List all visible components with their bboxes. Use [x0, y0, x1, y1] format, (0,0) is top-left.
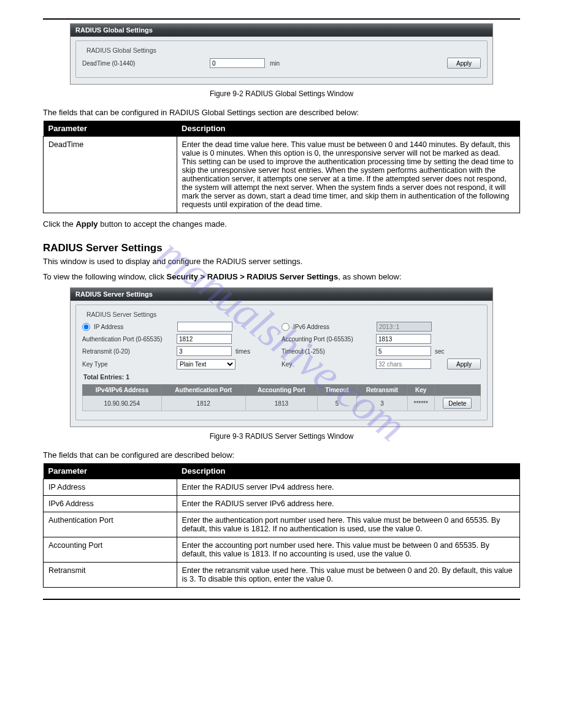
th-desc: Description	[177, 463, 519, 479]
params-table-2: Parameter Description IP Address Enter t…	[43, 463, 520, 588]
panel-title: RADIUS Global Settings	[71, 24, 492, 37]
table-row: Authentication Port Enter the authentica…	[44, 512, 520, 537]
auth-port-input[interactable]	[177, 334, 232, 344]
ipv6-address-label: IPv6 Address	[293, 324, 373, 330]
retransmit-input[interactable]	[177, 346, 232, 356]
fieldset-legend: RADIUS Global Settings	[85, 47, 158, 54]
ip-address-radio[interactable]	[82, 323, 90, 331]
nav-text: To view the following window, click Secu…	[43, 272, 520, 281]
table-row: Accounting Port Enter the accounting por…	[44, 537, 520, 563]
th-authport: Authentication Port	[161, 385, 245, 396]
th-param: Parameter	[44, 463, 177, 479]
th-key: Key	[407, 385, 434, 396]
retransmit-label: Retransmit (0-20)	[82, 348, 173, 355]
keytype-label: Key Type	[82, 361, 173, 368]
th-addr: IPv4/IPv6 Address	[83, 385, 162, 396]
th-desc: Description	[177, 121, 519, 137]
section-heading: RADIUS Server Settings	[43, 242, 520, 254]
cell-acctport: 1813	[245, 396, 317, 411]
cell-authport: 1812	[161, 396, 245, 411]
cell-key: ******	[407, 396, 434, 411]
intro-text-1: The fields that can be configured in RAD…	[43, 108, 520, 117]
deadtime-label: DeadTime (0-1440)	[82, 60, 205, 67]
retransmit-unit: times	[236, 348, 250, 355]
table-row: DeadTime Enter the dead time value here.…	[44, 137, 520, 213]
param-cell: Accounting Port	[44, 537, 177, 563]
param-cell: IP Address	[44, 479, 177, 496]
timeout-label: Timeout (1-255)	[282, 348, 372, 355]
ip-address-label: IP Address	[94, 324, 174, 330]
params-table-1: Parameter Description DeadTime Enter the…	[43, 121, 520, 213]
key-input[interactable]	[376, 359, 431, 369]
bottom-rule	[43, 599, 520, 600]
param-cell: Retransmit	[44, 563, 177, 588]
table-row: IP Address Enter the RADIUS server IPv4 …	[44, 479, 520, 496]
th-param: Parameter	[44, 121, 177, 137]
auth-port-label: Authentication Port (0-65535)	[82, 336, 173, 343]
deadtime-input[interactable]	[210, 58, 265, 68]
fieldset-legend: RADIUS Server Settings	[85, 311, 158, 318]
server-entries-table: IPv4/IPv6 Address Authentication Port Ac…	[82, 384, 481, 411]
desc-cell: Enter the RADIUS server IPv6 address her…	[177, 496, 519, 512]
radius-server-screenshot: RADIUS Server Settings RADIUS Server Set…	[70, 287, 493, 427]
acct-port-label: Accounting Port (0-65535)	[282, 336, 372, 343]
top-rule	[43, 18, 520, 20]
figure-caption-1: Figure 9-2 RADIUS Global Settings Window	[43, 89, 520, 98]
th-retransmit: Retransmit	[357, 385, 408, 396]
radius-global-screenshot: RADIUS Global Settings RADIUS Global Set…	[70, 23, 493, 85]
key-label: Key	[282, 361, 372, 368]
ip-address-input[interactable]	[177, 322, 232, 332]
keytype-select[interactable]: Plain Text	[177, 359, 236, 370]
apply-note: Click the Apply button to accept the cha…	[43, 219, 520, 229]
ipv6-address-input	[377, 322, 432, 332]
th-timeout: Timeout	[317, 385, 356, 396]
figure-caption-2: Figure 9-3 RADIUS Server Settings Window	[43, 432, 520, 441]
th-acctport: Accounting Port	[245, 385, 317, 396]
param-cell: IPv6 Address	[44, 496, 177, 512]
section-subtext: This window is used to display and confi…	[43, 257, 520, 266]
deadtime-unit: min	[270, 60, 280, 67]
param-cell: DeadTime	[44, 137, 177, 213]
desc-cell: Enter the authentication port number use…	[177, 512, 519, 537]
apply-button[interactable]: Apply	[447, 58, 481, 69]
desc-cell: Enter the dead time value here. This val…	[177, 137, 519, 213]
acct-port-input[interactable]	[376, 334, 431, 344]
th-action	[434, 385, 480, 396]
timeout-unit: sec	[435, 348, 445, 355]
intro-text-2: The fields that can be configured are de…	[43, 450, 520, 460]
apply-button[interactable]: Apply	[447, 358, 481, 370]
table-row: Retransmit Enter the retransmit value us…	[44, 563, 520, 588]
desc-cell: Enter the retransmit value used here. Th…	[177, 563, 519, 588]
cell-timeout: 5	[317, 396, 356, 411]
desc-cell: Enter the accounting port number used he…	[177, 537, 519, 563]
timeout-input[interactable]	[376, 346, 431, 356]
table-row: 10.90.90.254 1812 1813 5 3 ****** Delete	[83, 396, 481, 411]
ipv6-address-radio[interactable]	[282, 323, 289, 331]
param-cell: Authentication Port	[44, 512, 177, 537]
cell-retransmit: 3	[357, 396, 408, 411]
desc-cell: Enter the RADIUS server IPv4 address her…	[177, 479, 519, 496]
table-row: IPv6 Address Enter the RADIUS server IPv…	[44, 496, 520, 512]
total-entries: Total Entries: 1	[83, 373, 481, 381]
delete-button[interactable]: Delete	[443, 398, 472, 409]
panel-title: RADIUS Server Settings	[71, 288, 492, 301]
cell-addr: 10.90.90.254	[83, 396, 162, 411]
